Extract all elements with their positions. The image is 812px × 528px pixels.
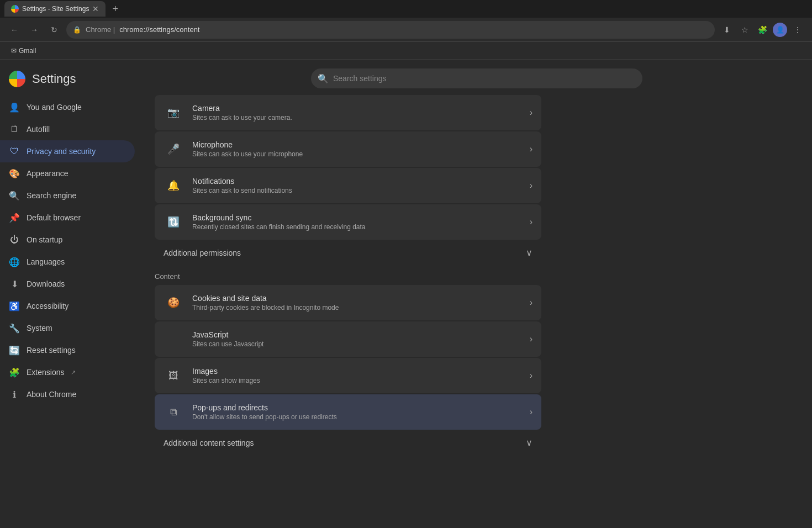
titlebar: Settings - Site Settings ✕ + <box>0 0 812 18</box>
default-browser-icon: 📌 <box>9 212 20 223</box>
sidebar-item-autofill[interactable]: 🗒 Autofill <box>0 118 135 140</box>
downloads-icon: ⬇ <box>9 278 20 289</box>
download-button[interactable]: ⬇ <box>719 22 735 38</box>
microphone-subtitle: Sites can ask to use your microphone <box>192 150 530 158</box>
nav-actions: ⬇ ☆ 🧩 👤 ⋮ <box>719 22 805 38</box>
sidebar-item-downloads[interactable]: ⬇ Downloads <box>0 273 135 295</box>
additional-permissions-label: Additional permissions <box>164 249 526 257</box>
camera-title: Camera <box>192 104 530 113</box>
bookmark-button[interactable]: ☆ <box>737 22 752 38</box>
microphone-title: Microphone <box>192 140 530 149</box>
tab-title: Settings - Site Settings <box>22 5 89 13</box>
search-input[interactable] <box>333 74 636 83</box>
tab-close-button[interactable]: ✕ <box>92 4 99 13</box>
main-content: 🔍 📷 Camera Sites can ask to use your cam… <box>141 60 812 528</box>
accessibility-icon: ♿ <box>9 300 20 311</box>
images-text: Images Sites can show images <box>192 367 530 384</box>
search-bar[interactable]: 🔍 <box>311 68 642 88</box>
sidebar-label-you-and-google: You and Google <box>27 103 82 112</box>
sidebar-nav: 👤 You and Google 🗒 Autofill 🛡 Privacy an… <box>0 96 141 405</box>
javascript-title: JavaScript <box>192 330 530 339</box>
forward-button[interactable]: → <box>27 22 42 38</box>
sidebar-item-accessibility[interactable]: ♿ Accessibility <box>0 295 135 317</box>
settings-row-cookies[interactable]: 🍪 Cookies and site data Third-party cook… <box>155 285 541 320</box>
sidebar-item-extensions[interactable]: 🧩 Extensions ↗ <box>0 361 135 383</box>
tab-favicon <box>11 5 19 13</box>
gmail-bookmark[interactable]: ✉ Gmail <box>7 45 40 57</box>
appearance-icon: 🎨 <box>9 168 20 179</box>
additional-content-chevron: ∨ <box>526 437 532 448</box>
notifications-chevron: › <box>530 181 532 191</box>
settings-row-javascript[interactable]: JavaScript Sites can use Javascript › <box>155 321 541 357</box>
menu-button[interactable]: ⋮ <box>790 22 805 38</box>
languages-icon: 🌐 <box>9 256 20 267</box>
sidebar-item-privacy-and-security[interactable]: 🛡 Privacy and security <box>0 140 135 162</box>
settings-row-notifications[interactable]: 🔔 Notifications Sites can ask to send no… <box>155 168 541 203</box>
popups-text: Pop-ups and redirects Don't allow sites … <box>192 403 530 421</box>
cookies-chevron: › <box>530 298 532 308</box>
camera-icon: 📷 <box>164 103 183 123</box>
sidebar-label-languages: Languages <box>27 257 65 266</box>
sidebar-label-appearance: Appearance <box>27 169 68 178</box>
notifications-subtitle: Sites can ask to send notifications <box>192 187 530 194</box>
notifications-title: Notifications <box>192 177 530 186</box>
gmail-icon: ✉ <box>11 47 17 55</box>
sidebar-label-privacy-and-security: Privacy and security <box>27 147 96 156</box>
system-icon: 🔧 <box>9 323 20 334</box>
javascript-text: JavaScript Sites can use Javascript <box>192 330 530 348</box>
cookies-text: Cookies and site data Third-party cookie… <box>192 294 530 311</box>
settings-row-images[interactable]: 🖼 Images Sites can show images › <box>155 358 541 393</box>
lock-icon: 🔒 <box>73 26 81 34</box>
settings-row-background-sync[interactable]: 🔃 Background sync Recently closed sites … <box>155 204 541 240</box>
sidebar-item-on-startup[interactable]: ⏻ On startup <box>0 229 135 251</box>
camera-text: Camera Sites can ask to use your camera. <box>192 104 530 122</box>
navigation-bar: ← → ↻ 🔒 Chrome | chrome://settings/conte… <box>0 18 812 42</box>
on-startup-icon: ⏻ <box>9 234 20 245</box>
sidebar-item-languages[interactable]: 🌐 Languages <box>0 251 135 273</box>
you-and-google-icon: 👤 <box>9 102 20 113</box>
sidebar-label-about-chrome: About Chrome <box>27 390 76 399</box>
sidebar-label-extensions: Extensions <box>27 368 64 377</box>
avatar: 👤 <box>773 23 787 37</box>
sidebar-item-reset-settings[interactable]: 🔄 Reset settings <box>0 339 135 361</box>
additional-permissions-row[interactable]: Additional permissions ∨ <box>155 241 541 265</box>
settings-header: Settings <box>0 64 141 96</box>
background-sync-chevron: › <box>530 217 532 227</box>
cookies-title: Cookies and site data <box>192 294 530 303</box>
sidebar-item-search-engine[interactable]: 🔍 Search engine <box>0 184 135 207</box>
new-tab-button[interactable]: + <box>110 1 120 17</box>
cookies-subtitle: Third-party cookies are blocked in Incog… <box>192 304 530 311</box>
external-link-icon: ↗ <box>71 369 76 376</box>
sidebar-item-appearance[interactable]: 🎨 Appearance <box>0 162 135 184</box>
sidebar-item-about-chrome[interactable]: ℹ About Chrome <box>0 383 135 405</box>
profile-button[interactable]: 👤 <box>772 22 788 38</box>
background-sync-text: Background sync Recently closed sites ca… <box>192 213 530 231</box>
popups-icon: ⧉ <box>164 402 183 422</box>
sidebar-item-default-browser[interactable]: 📌 Default browser <box>0 207 135 229</box>
camera-chevron: › <box>530 108 532 118</box>
additional-content-label: Additional content settings <box>164 439 526 447</box>
settings-container: Settings 👤 You and Google 🗒 Autofill 🛡 P… <box>0 60 812 528</box>
sidebar-item-system[interactable]: 🔧 System <box>0 317 135 339</box>
microphone-chevron: › <box>530 144 532 154</box>
reload-button[interactable]: ↻ <box>46 22 62 38</box>
content-list: 🍪 Cookies and site data Third-party cook… <box>155 285 541 430</box>
settings-row-microphone[interactable]: 🎤 Microphone Sites can ask to use your m… <box>155 131 541 167</box>
settings-row-popups[interactable]: ⧉ Pop-ups and redirects Don't allow site… <box>155 394 541 430</box>
popups-chevron: › <box>530 407 532 417</box>
background-sync-title: Background sync <box>192 213 530 222</box>
popups-subtitle: Don't allow sites to send pop-ups or use… <box>192 413 530 421</box>
back-button[interactable]: ← <box>7 22 22 38</box>
bookmarks-bar: ✉ Gmail <box>0 42 812 60</box>
address-bar[interactable]: 🔒 Chrome | chrome://settings/content <box>66 21 715 39</box>
extensions-button[interactable]: 🧩 <box>755 22 770 38</box>
reset-settings-icon: 🔄 <box>9 345 20 356</box>
additional-content-settings-row[interactable]: Additional content settings ∨ <box>155 431 541 455</box>
sidebar-label-accessibility: Accessibility <box>27 302 68 310</box>
sidebar-item-you-and-google[interactable]: 👤 You and Google <box>0 96 135 118</box>
browser-tab[interactable]: Settings - Site Settings ✕ <box>4 1 106 17</box>
privacy-and-security-icon: 🛡 <box>9 146 20 157</box>
camera-subtitle: Sites can ask to use your camera. <box>192 114 530 122</box>
settings-row-camera[interactable]: 📷 Camera Sites can ask to use your camer… <box>155 95 541 130</box>
background-sync-subtitle: Recently closed sites can finish sending… <box>192 223 530 231</box>
